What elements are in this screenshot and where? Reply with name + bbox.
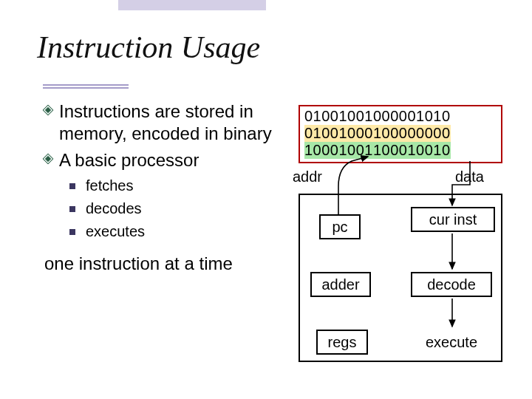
memory-box: 01001001000001010 01001000100000000 1000… (299, 105, 502, 163)
subbullet-fetches: fetches (69, 177, 294, 194)
bullet-2: A basic processor (43, 149, 294, 171)
adder-box: adder (310, 272, 371, 297)
square-bullet-icon (69, 206, 75, 212)
execute-box: execute (411, 330, 492, 355)
subbullet-fetches-text: fetches (86, 177, 133, 194)
memory-line-1: 01001001000001010 (304, 108, 497, 125)
regs-box: regs (316, 330, 368, 355)
square-bullet-icon (69, 183, 75, 189)
bullet-1-text: Instructions are stored in memory, encod… (59, 100, 294, 145)
bullet-1: Instructions are stored in memory, encod… (43, 100, 294, 145)
bullet-2-text: A basic processor (59, 149, 199, 171)
diamond-bullet-icon (43, 154, 53, 164)
data-label: data (455, 168, 484, 185)
memory-line-2: 01001000100000000 (304, 125, 451, 142)
diamond-bullet-icon (43, 105, 53, 115)
title-underline (43, 84, 129, 89)
subbullet-executes: executes (69, 223, 294, 240)
slide-title: Instruction Usage (37, 30, 260, 65)
memory-line-3: 10001001100010010 (304, 142, 451, 159)
closing-line: one instruction at a time (44, 253, 294, 274)
decode-box: decode (411, 272, 492, 297)
subbullet-decodes: decodes (69, 200, 294, 217)
subbullet-decodes-text: decodes (86, 200, 142, 217)
pc-box: pc (319, 214, 361, 239)
content-area: Instructions are stored in memory, encod… (43, 100, 294, 274)
cur-inst-box: cur inst (411, 207, 495, 232)
accent-bar (118, 0, 266, 10)
subbullet-executes-text: executes (86, 223, 145, 240)
addr-label: addr (293, 168, 322, 185)
square-bullet-icon (69, 229, 75, 235)
